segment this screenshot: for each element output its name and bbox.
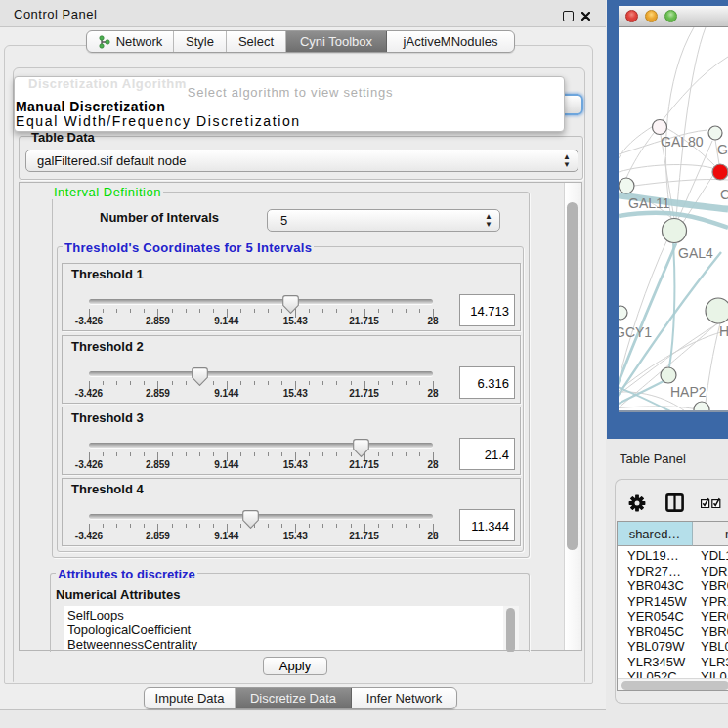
- svg-text:H: H: [719, 323, 728, 339]
- svg-text:GAL11: GAL11: [628, 195, 670, 211]
- svg-text:GCY1: GCY1: [619, 324, 652, 340]
- svg-text:GA: GA: [717, 142, 728, 157]
- svg-text:HAP2: HAP2: [670, 384, 707, 400]
- svg-text:GAL80: GAL80: [661, 134, 704, 150]
- svg-text:GAL4: GAL4: [678, 245, 713, 261]
- svg-text:C: C: [720, 187, 728, 202]
